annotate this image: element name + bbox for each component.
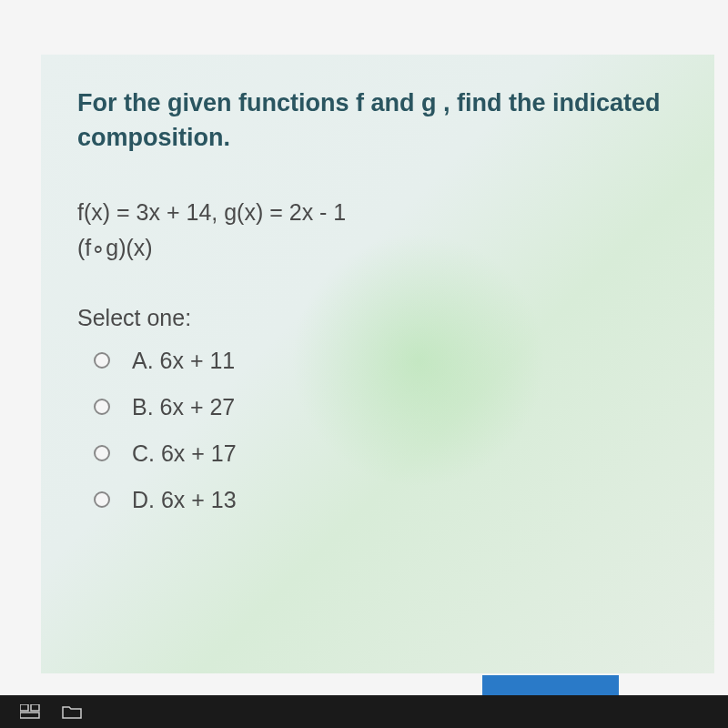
radio-icon[interactable]: [94, 399, 110, 415]
option-d-label: D. 6x + 13: [132, 487, 237, 513]
option-a-row[interactable]: A. 6x + 11: [94, 348, 678, 374]
svg-rect-1: [31, 704, 39, 711]
radio-icon[interactable]: [94, 491, 110, 508]
option-c-row[interactable]: C. 6x + 17: [94, 440, 678, 467]
taskbar: [0, 695, 728, 728]
select-one-label: Select one:: [77, 305, 678, 331]
task-view-icon[interactable]: [18, 703, 42, 721]
taskbar-highlight: [482, 675, 619, 695]
composition-notation: (f∘g)(x): [77, 235, 678, 261]
option-b-row[interactable]: B. 6x + 27: [94, 394, 678, 420]
given-functions: f(x) = 3x + 14, g(x) = 2x - 1: [77, 199, 678, 226]
folder-icon[interactable]: [60, 703, 84, 721]
option-c-label: C. 6x + 17: [132, 440, 237, 467]
options-list: A. 6x + 11 B. 6x + 27 C. 6x + 17 D. 6x +…: [77, 348, 678, 513]
radio-icon[interactable]: [94, 445, 110, 461]
option-d-row[interactable]: D. 6x + 13: [94, 487, 678, 513]
option-b-label: B. 6x + 27: [132, 394, 235, 420]
svg-rect-0: [20, 704, 28, 711]
option-a-label: A. 6x + 11: [132, 348, 235, 374]
radio-icon[interactable]: [94, 352, 110, 369]
question-card: For the given functions f and g , find t…: [41, 55, 714, 673]
svg-rect-2: [20, 713, 39, 718]
question-title: For the given functions f and g , find t…: [77, 86, 678, 156]
screen-frame: For the given functions f and g , find t…: [0, 0, 728, 728]
